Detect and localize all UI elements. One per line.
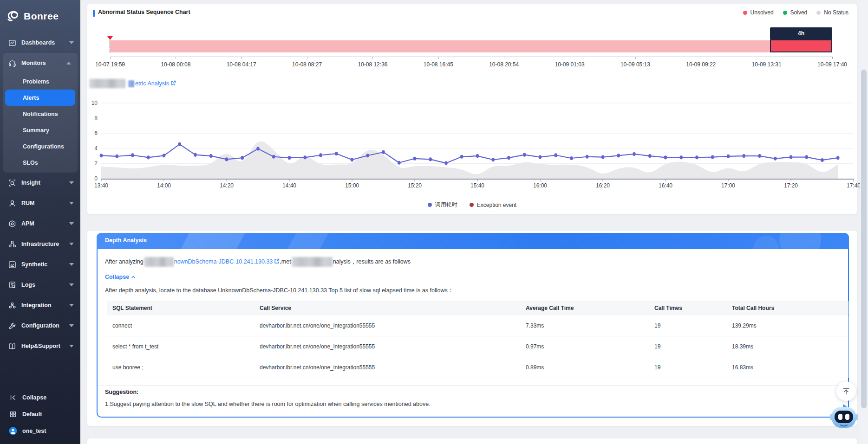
sidebar-item-monitors[interactable]: Monitors [3, 53, 78, 73]
axis-label: 10-08 12:36 [358, 61, 387, 68]
back-to-top-button[interactable] [836, 381, 856, 401]
sidebar-subitem-notifications[interactable]: Notifications [5, 106, 75, 122]
legend-label: Exception event [477, 202, 516, 208]
collapse-toggle[interactable]: Collapse [105, 274, 136, 280]
suggestion-title: Suggestion: [105, 389, 138, 395]
legend-item-调用耗时[interactable]: 调用耗时 [428, 201, 457, 209]
sidebar-item-logs[interactable]: Logs [0, 275, 80, 295]
x-axis-label: 14:40 [282, 182, 296, 189]
data-point [774, 157, 777, 161]
data-point [711, 155, 714, 159]
metric-line-chart[interactable]: 024681013:4014:0014:2014:4015:0015:2015:… [88, 95, 857, 193]
table-cell: select * from t_test [107, 343, 254, 350]
depth-analysis-panel: Depth Analysis After analyzing nownDbSch… [97, 233, 849, 418]
intro-suffix: nalysis，results are as follows [333, 258, 411, 266]
sidebar-footer-collapse[interactable]: Collapse [0, 389, 80, 406]
metric-line [101, 144, 838, 163]
data-point [382, 150, 385, 154]
sidebar-item-insight[interactable]: Insight [0, 173, 80, 193]
sidebar-item-integration[interactable]: Integration [0, 295, 80, 315]
sidebar-item-synthetic[interactable]: Synthetic [0, 254, 80, 275]
sidebar-footer-one-test[interactable]: one_test [0, 423, 80, 439]
table-row[interactable]: select * from t_testdevharbor.ibr.net.cn… [107, 336, 848, 357]
metric-analysis-row: etric Analysis [89, 78, 176, 89]
data-point [695, 155, 698, 159]
legend-item-solved[interactable]: Solved [783, 9, 808, 16]
timeline-highlight-segment[interactable] [770, 39, 832, 52]
sidebar-subitem-slos[interactable]: SLOs [5, 154, 75, 171]
logo[interactable]: Bonree [0, 0, 80, 32]
wrench-icon [7, 322, 17, 330]
data-point [398, 161, 401, 165]
table-cell: devharbor.ibr.net.cn/one/one_integration… [254, 343, 520, 350]
data-point [790, 155, 793, 159]
sidebar-item-label: Configuration [21, 322, 59, 329]
sidebar-subitem-alerts[interactable]: Alerts [5, 90, 75, 106]
chevron-down-icon [69, 283, 74, 286]
app-screen: Bonree DashboardsMonitorsProblemsAlertsN… [0, 0, 868, 444]
data-point [303, 155, 307, 159]
table-row[interactable]: connectdevharbor.ibr.net.cn/one/one_inte… [107, 315, 848, 336]
external-link-icon[interactable] [170, 79, 176, 88]
scrollbar-track[interactable] [860, 0, 868, 444]
sidebar-footer-default[interactable]: Default [0, 406, 80, 423]
timeline-axis [110, 57, 832, 57]
metric-analysis-link[interactable]: etric Analysis [135, 80, 169, 87]
header-decoration [779, 233, 821, 249]
person-icon [7, 199, 17, 207]
axis-label: 10-08 00:08 [161, 61, 190, 68]
sidebar-subitem-summary[interactable]: Summary [5, 122, 75, 138]
data-point [319, 153, 322, 157]
slow-sql-table: SQL StatementCall ServiceAverage Call Ti… [107, 301, 848, 378]
db-schema-link[interactable]: nownDbSchema-JDBC-10.241.130.33 [174, 258, 273, 265]
sidebar-item-rum[interactable]: RUM [0, 193, 80, 213]
legend-item-unsolved[interactable]: Unsolved [743, 9, 774, 16]
axis-tick [438, 57, 439, 59]
table-cell: 139.29ms [726, 322, 848, 329]
table-cell: devharbor.ibr.net.cn/one/one_integration… [254, 322, 520, 329]
sequence-chart-title: Abnormal Status Sequence Chart [98, 9, 190, 15]
x-axis-label: 13:40 [94, 182, 108, 189]
bonree-logo-icon [7, 9, 20, 24]
data-point [100, 154, 103, 157]
data-point [539, 155, 542, 159]
sidebar-item-label: Integration [21, 302, 52, 309]
sidebar-item-apm[interactable]: APM [0, 213, 80, 234]
external-link-icon[interactable] [274, 258, 280, 265]
axis-tick [832, 57, 833, 59]
sidebar-subitem-problems[interactable]: Problems [5, 73, 75, 90]
sidebar-item-configuration[interactable]: Configuration [0, 315, 80, 336]
legend-item-no-status[interactable]: No Status [816, 9, 848, 16]
table-cell: 0.97ms [520, 343, 649, 350]
data-point [805, 155, 808, 159]
data-point [633, 152, 636, 156]
x-axis-label: 16:20 [596, 182, 610, 189]
sidebar-subitem-configurations[interactable]: Configurations [5, 138, 75, 154]
sidebar-item-help-support[interactable]: Help&Support [0, 336, 80, 356]
timeline-unsolved-segment[interactable] [110, 40, 770, 52]
column-header: Call Service [254, 305, 520, 311]
integration-icon [7, 302, 17, 309]
back-to-top-icon [842, 386, 851, 396]
sidebar-item-label: Insight [21, 180, 40, 186]
legend-item-exception-event[interactable]: Exception event [470, 201, 516, 209]
ai-assistant-robot[interactable] [829, 403, 858, 431]
sidebar-item-dashboards[interactable]: Dashboards [0, 32, 80, 53]
sidebar-item-label: Infrastructure [21, 241, 59, 247]
legend-label: Solved [790, 9, 808, 16]
scrollbar-thumb[interactable] [861, 70, 867, 408]
chevron-down-icon [69, 304, 74, 307]
nodes-icon [7, 240, 17, 248]
sidebar-footer: CollapseDefaultone_test [0, 389, 80, 439]
sidebar: Bonree DashboardsMonitorsProblemsAlertsN… [0, 0, 80, 444]
timeline-start-marker-icon [107, 36, 113, 40]
header-decoration [753, 236, 779, 249]
table-row[interactable]: use bonree ;devharbor.ibr.net.cn/one/one… [107, 357, 848, 378]
axis-label: 10-09 13:31 [752, 61, 782, 68]
table-header-row: SQL StatementCall ServiceAverage Call Ti… [107, 301, 848, 315]
data-point [429, 157, 432, 161]
table-cell: 0.89ms [520, 364, 649, 371]
sidebar-item-infrastructure[interactable]: Infrastructure [0, 234, 80, 254]
chevron-up-icon [66, 62, 71, 64]
data-point [209, 154, 213, 158]
